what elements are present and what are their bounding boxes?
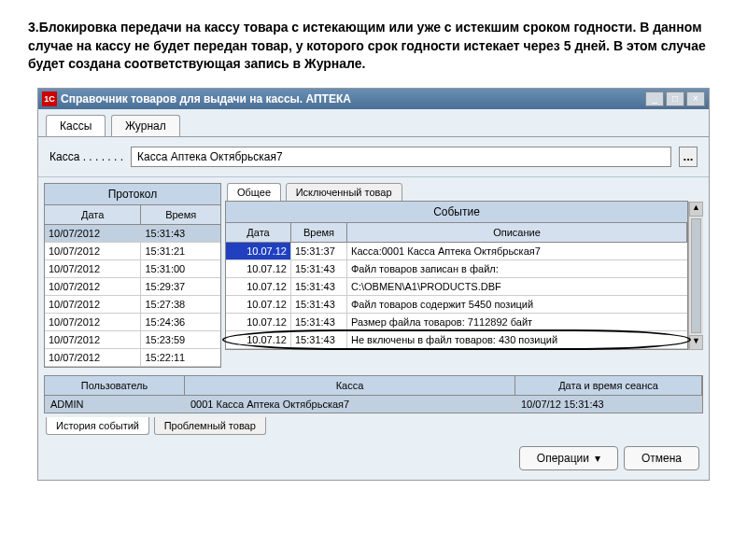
protocol-row[interactable]: 10/07/201215:27:38 <box>45 296 220 314</box>
event-col-desc[interactable]: Описание <box>347 223 687 242</box>
window-controls: _ □ × <box>645 91 705 106</box>
tab-kassy[interactable]: Кассы <box>46 115 106 136</box>
protocol-row[interactable]: 10/07/201215:31:00 <box>45 260 220 278</box>
protocol-col-date[interactable]: Дата <box>45 205 141 224</box>
event-col-time[interactable]: Время <box>291 223 347 242</box>
event-scrollbar[interactable]: ▲ ▼ <box>688 202 703 350</box>
operations-button[interactable]: Операции▾ <box>519 446 618 470</box>
session-grid: Пользователь Касса Дата и время сеанса A… <box>44 375 703 413</box>
maximize-button[interactable]: □ <box>666 91 684 106</box>
protocol-row[interactable]: 10/07/201215:31:21 <box>45 243 220 260</box>
event-row[interactable]: 10.07.1215:31:37Касса:0001 Касса Аптека … <box>226 243 687 260</box>
protocol-row[interactable]: 10/07/201215:24:36 <box>45 314 220 331</box>
protocol-row[interactable]: 10/07/201215:31:43 <box>45 225 220 243</box>
kassa-lookup-button[interactable]: ... <box>679 147 698 167</box>
btab-history[interactable]: История событий <box>46 417 149 435</box>
tab-zhurnal[interactable]: Журнал <box>111 115 180 136</box>
protocol-row[interactable]: 10/07/201215:23:59 <box>45 331 220 349</box>
protocol-row[interactable]: 10/07/201215:29:37 <box>45 278 220 296</box>
scroll-down-icon[interactable]: ▼ <box>689 335 703 350</box>
cancel-button[interactable]: Отмена <box>624 446 699 470</box>
window-title: Справочник товаров для выдачи на кассы. … <box>61 92 645 105</box>
event-panel: Общее Исключенный товар Событие Дата Вре… <box>225 183 703 350</box>
event-col-date[interactable]: Дата <box>226 223 291 242</box>
session-col-user[interactable]: Пользователь <box>45 376 185 395</box>
close-button[interactable]: × <box>686 91 705 106</box>
event-row[interactable]: 10.07.1215:31:43Файл товаров записан в ф… <box>226 260 687 278</box>
app-window: 1С Справочник товаров для выдачи на касс… <box>37 88 710 481</box>
kassa-input[interactable] <box>131 147 671 167</box>
event-row[interactable]: 10.07.1215:31:43C:\OBMEN\A1\PRODUCTS.DBF <box>226 278 687 296</box>
kassa-label: Касса . . . . . . . <box>49 150 123 163</box>
action-bar: Операции▾ Отмена <box>38 437 709 480</box>
top-tabs: Кассы Журнал <box>38 109 709 137</box>
protocol-col-time[interactable]: Время <box>141 205 220 224</box>
app-icon: 1С <box>42 91 57 106</box>
subtab-general[interactable]: Общее <box>227 183 281 202</box>
event-row[interactable]: 10.07.1215:31:43Размер файла товаров: 71… <box>226 314 687 331</box>
event-row[interactable]: 10.07.1215:31:43Файл товаров содержит 54… <box>226 296 687 314</box>
session-col-datetime[interactable]: Дата и время сеанса <box>515 376 702 395</box>
scroll-thumb[interactable] <box>691 218 701 333</box>
page-instruction: 3.Блокировка передачи на кассу товара с … <box>28 19 719 74</box>
minimize-button[interactable]: _ <box>645 91 664 106</box>
session-row[interactable]: ADMIN 0001 Касса Аптека Октябрьская7 10/… <box>45 396 702 413</box>
main-area: Протокол Дата Время 10/07/201215:31:43 1… <box>38 177 709 373</box>
titlebar: 1С Справочник товаров для выдачи на касс… <box>38 89 709 109</box>
chevron-down-icon: ▾ <box>595 452 600 465</box>
session-col-kassa[interactable]: Касса <box>185 376 515 395</box>
event-row-highlighted[interactable]: 10.07.1215:31:43Не включены в файл товар… <box>226 331 687 349</box>
scroll-up-icon[interactable]: ▲ <box>689 202 703 217</box>
bottom-tabs: История событий Проблемный товар <box>38 415 709 437</box>
btab-problem[interactable]: Проблемный товар <box>154 417 266 435</box>
kassa-row: Касса . . . . . . . ... <box>38 137 709 177</box>
protocol-row[interactable]: 10/07/201215:22:11 <box>45 349 220 367</box>
event-header: Событие <box>226 202 687 223</box>
subtab-excluded[interactable]: Исключенный товар <box>286 183 402 202</box>
protocol-panel: Протокол Дата Время 10/07/201215:31:43 1… <box>44 183 221 368</box>
protocol-header: Протокол <box>45 184 220 205</box>
